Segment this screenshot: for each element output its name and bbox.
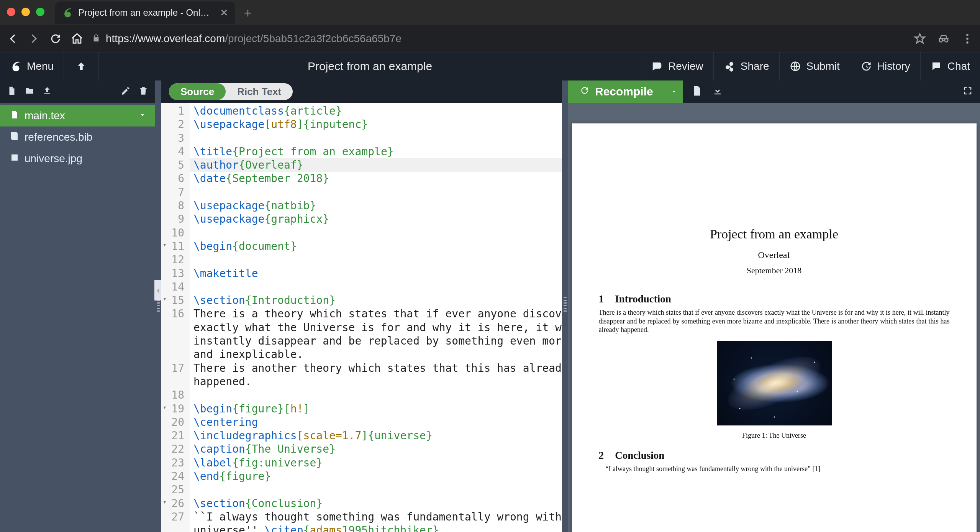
section-paragraph: There is a theory which states that if e… <box>599 308 950 334</box>
browser-chrome: Project from an example - Onl… ✕ ＋ https… <box>0 0 980 52</box>
review-label: Review <box>668 60 703 72</box>
book-icon <box>10 131 19 143</box>
pdf-viewport[interactable]: Project from an example Overleaf Septemb… <box>568 103 980 532</box>
share-button[interactable]: Share <box>713 52 779 80</box>
figure-image-universe <box>717 341 832 425</box>
rename-button[interactable] <box>121 86 131 97</box>
pdf-page: Project from an example Overleaf Septemb… <box>572 123 977 532</box>
history-label: History <box>877 60 910 72</box>
file-icon <box>10 110 19 122</box>
file-item-references-bib[interactable]: references.bib <box>0 126 155 148</box>
chevron-down-icon[interactable] <box>138 110 147 122</box>
overleaf-favicon <box>62 7 73 18</box>
tab-close-icon[interactable]: ✕ <box>220 7 228 19</box>
nav-back-button[interactable] <box>6 32 19 45</box>
history-button[interactable]: History <box>850 52 920 80</box>
url-text: https://www.overleaf.com/project/5bab51c… <box>106 33 402 45</box>
back-to-projects-button[interactable] <box>64 52 99 80</box>
pdf-toolbar: Recompile <box>568 80 980 103</box>
overleaf-logo-icon <box>10 61 21 72</box>
upload-button[interactable] <box>42 86 52 97</box>
bookmark-star-icon[interactable] <box>913 32 926 45</box>
project-title[interactable]: Project from an example <box>99 52 641 80</box>
menu-button[interactable]: Menu <box>0 52 64 80</box>
file-item-label: references.bib <box>25 131 92 143</box>
editor-mode-richtext[interactable]: Rich Text <box>226 83 293 100</box>
delete-button[interactable] <box>138 86 148 97</box>
review-button[interactable]: Review <box>641 52 713 80</box>
new-tab-button[interactable]: ＋ <box>241 4 254 21</box>
workspace: main.tex references.bib universe.jpg ‹ S… <box>0 80 980 532</box>
file-item-universe-jpg[interactable]: universe.jpg <box>0 148 155 169</box>
tab-title: Project from an example - Onl… <box>78 7 215 18</box>
app-topbar: Menu Project from an example Review Shar… <box>0 52 980 80</box>
code-editor[interactable]: 1234567891011▾12131415▾16171819▾20212223… <box>161 103 562 532</box>
editor-panel: Source Rich Text 1234567891011▾12131415▾… <box>161 80 562 532</box>
reload-button[interactable] <box>49 32 62 45</box>
recompile-group: Recompile <box>568 80 683 103</box>
recompile-button[interactable]: Recompile <box>568 80 665 103</box>
file-item-label: universe.jpg <box>25 153 82 165</box>
chat-icon <box>931 61 942 72</box>
nav-forward-button[interactable] <box>28 32 41 45</box>
logs-button[interactable] <box>692 85 702 98</box>
section-number: 2 <box>599 450 613 461</box>
recompile-label: Recompile <box>595 85 653 98</box>
section-heading: 2 Conclusion <box>599 450 950 461</box>
editor-mode-source[interactable]: Source <box>169 83 226 100</box>
editor-mode-toggle: Source Rich Text <box>169 83 293 100</box>
url-host: https://www.overleaf.com <box>106 33 225 44</box>
window-controls <box>7 8 44 16</box>
address-bar-row: https://www.overleaf.com/project/5bab51c… <box>0 25 980 52</box>
download-pdf-button[interactable] <box>712 85 723 98</box>
up-arrow-icon <box>75 61 87 72</box>
code-content[interactable]: \documentclass{article}\usepackage[utf8]… <box>190 103 562 532</box>
section-heading: 1 Introduction <box>599 293 950 305</box>
menu-label: Menu <box>27 60 54 72</box>
history-icon <box>860 61 872 72</box>
vertical-splitter-right[interactable] <box>562 80 568 532</box>
svg-point-2 <box>966 41 969 44</box>
globe-icon <box>790 61 801 72</box>
doc-date: September 2018 <box>599 266 950 276</box>
window-close-button[interactable] <box>7 8 15 16</box>
recompile-dropdown[interactable] <box>665 80 683 103</box>
new-file-button[interactable] <box>7 86 17 97</box>
svg-point-1 <box>966 38 969 40</box>
image-icon <box>10 153 19 165</box>
browser-menu-icon[interactable] <box>961 32 974 45</box>
section-quote: “I always thought something was fundamen… <box>599 465 950 473</box>
home-button[interactable] <box>70 32 84 45</box>
doc-author: Overleaf <box>599 250 950 260</box>
address-bar[interactable]: https://www.overleaf.com/project/5bab51c… <box>92 33 896 45</box>
file-list: main.tex references.bib universe.jpg <box>0 103 155 532</box>
doc-title: Project from an example <box>599 227 950 241</box>
submit-label: Submit <box>806 60 840 72</box>
file-item-label: main.tex <box>25 110 65 122</box>
browser-extension-icons <box>913 32 974 45</box>
window-minimize-button[interactable] <box>21 8 30 16</box>
pdf-panel: Recompile Project from an example Overle… <box>568 80 980 532</box>
figure <box>599 341 950 425</box>
collapse-panel-nub[interactable]: ‹ <box>154 280 162 300</box>
file-item-main-tex[interactable]: main.tex <box>0 105 155 126</box>
refresh-icon <box>580 85 590 98</box>
lock-icon <box>92 34 100 44</box>
window-maximize-button[interactable] <box>36 8 44 16</box>
tabstrip: Project from an example - Onl… ✕ ＋ <box>0 0 980 25</box>
section-number: 1 <box>599 293 613 305</box>
browser-tab[interactable]: Project from an example - Onl… ✕ <box>55 2 235 24</box>
svg-point-0 <box>966 34 969 36</box>
fullscreen-button[interactable] <box>962 85 973 98</box>
editor-header: Source Rich Text <box>161 80 562 103</box>
incognito-icon[interactable] <box>937 32 950 45</box>
review-icon <box>651 61 663 72</box>
share-icon <box>724 61 735 72</box>
new-folder-button[interactable] <box>25 86 34 97</box>
submit-button[interactable]: Submit <box>779 52 850 80</box>
chat-label: Chat <box>947 60 970 72</box>
gutter: 1234567891011▾12131415▾16171819▾20212223… <box>161 103 190 532</box>
url-path: /project/5bab51c2a3f2cb6c56a65b7e <box>225 33 402 44</box>
chat-button[interactable]: Chat <box>920 52 980 80</box>
vertical-splitter-left[interactable]: ‹ <box>155 80 161 532</box>
